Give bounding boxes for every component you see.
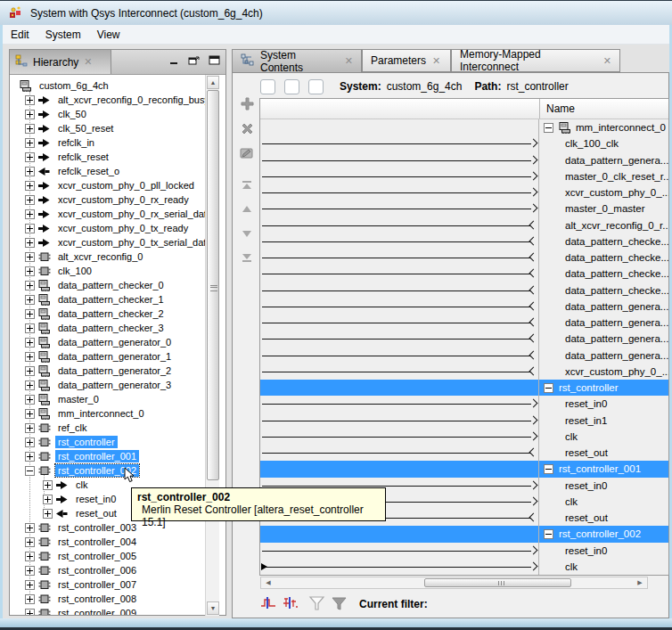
expand-icon[interactable] xyxy=(43,495,53,504)
filter-funnel-icon[interactable] xyxy=(308,596,325,613)
expand-icon[interactable] xyxy=(25,252,35,262)
tree-item-data_pattern_checker_3[interactable]: data_pattern_checker_3 xyxy=(11,321,205,335)
tree-item-ref_clk[interactable]: ref_clk xyxy=(11,421,205,435)
expand-icon[interactable] xyxy=(25,152,35,162)
tab-parameters[interactable]: Parameters ✕ xyxy=(362,49,451,72)
table-row-data_pattern_genera...[interactable]: data_pattern_genera... xyxy=(260,331,668,347)
title-bar[interactable]: System with Qsys Interconnect (custom_6g… xyxy=(0,0,672,25)
scroll-left-icon[interactable]: ◀ xyxy=(262,578,275,587)
scroll-down-icon[interactable]: ▼ xyxy=(207,601,219,615)
tree-item-data_pattern_checker_1[interactable]: data_pattern_checker_1 xyxy=(11,292,205,307)
scrollbar-thumb[interactable] xyxy=(207,90,219,480)
tree-item-rst_controller_004[interactable]: rst_controller_004 xyxy=(11,535,205,549)
tree-item-refclk_reset_o[interactable]: refclk_reset_o xyxy=(11,164,205,178)
hierarchy-vertical-scrollbar[interactable]: ▲ ▼ xyxy=(205,75,219,616)
expand-icon[interactable] xyxy=(25,438,35,447)
tree-item-clk_100[interactable]: clk_100 xyxy=(11,264,205,278)
menu-system[interactable]: System xyxy=(37,27,89,43)
table-row-mm_interconnect_0[interactable]: mm_interconnect_0 xyxy=(260,119,668,135)
expand-icon[interactable] xyxy=(25,380,35,390)
table-row-clk[interactable]: clk xyxy=(260,559,668,575)
table-row-data_pattern_checke...[interactable]: data_pattern_checke... xyxy=(260,266,668,282)
tree-item-rst_controller_002[interactable]: rst_controller_002 xyxy=(11,463,205,478)
expand-icon[interactable] xyxy=(25,138,35,148)
menu-view[interactable]: View xyxy=(89,27,128,43)
expand-icon[interactable] xyxy=(25,409,35,419)
waveform-signal-icon[interactable] xyxy=(282,596,299,612)
expand-icon[interactable] xyxy=(25,266,35,276)
tree-item-xcvr_custom_phy_0_tx_serial_data[interactable]: xcvr_custom_phy_0_tx_serial_data xyxy=(11,235,205,250)
tree-item-xcvr_custom_phy_0_rx_ready[interactable]: xcvr_custom_phy_0_rx_ready xyxy=(11,192,205,207)
toolbar-button-2[interactable] xyxy=(284,79,299,94)
tree-item-data_pattern_checker_0[interactable]: data_pattern_checker_0 xyxy=(11,278,205,292)
tree-item-clk_50_reset[interactable]: clk_50_reset xyxy=(11,121,205,135)
toolbar-button-3[interactable] xyxy=(308,79,324,94)
expand-icon[interactable] xyxy=(25,281,35,290)
filter-clear-icon[interactable] xyxy=(330,596,348,613)
tab-memory-mapped-interconnect[interactable]: Memory-Mapped Interconnect ✕ xyxy=(451,49,620,72)
close-icon[interactable]: ✕ xyxy=(84,57,92,67)
tab-system-contents[interactable]: System Contents ✕ xyxy=(232,49,362,73)
table-row-reset_in1[interactable]: reset_in1 xyxy=(260,413,668,429)
edit-note-icon[interactable] xyxy=(235,143,258,164)
collapse-icon[interactable] xyxy=(544,383,553,393)
expand-icon[interactable] xyxy=(25,167,35,176)
expand-icon[interactable] xyxy=(25,352,35,362)
expand-icon[interactable] xyxy=(25,195,35,205)
expand-icon[interactable] xyxy=(43,480,53,490)
minimize-icon[interactable] xyxy=(169,55,179,68)
table-row-data_pattern_genera...[interactable]: data_pattern_genera... xyxy=(260,315,668,331)
table-row-data_pattern_genera...[interactable]: data_pattern_genera... xyxy=(260,348,668,364)
tree-item-rst_controller_008[interactable]: rst_controller_008 xyxy=(11,592,205,606)
tree-item-xcvr_custom_phy_0_pll_locked[interactable]: xcvr_custom_phy_0_pll_locked xyxy=(11,178,205,192)
table-row-clk[interactable]: clk xyxy=(260,429,668,445)
collapse-icon[interactable] xyxy=(25,466,35,476)
tab-hierarchy[interactable]: Hierarchy ✕ xyxy=(10,50,111,74)
expand-icon[interactable] xyxy=(25,224,35,233)
table-row-xcvr_custom_phy_0_...[interactable]: xcvr_custom_phy_0_... xyxy=(260,364,668,380)
expand-icon[interactable] xyxy=(25,338,35,348)
expand-icon[interactable] xyxy=(25,537,35,547)
close-icon[interactable]: ✕ xyxy=(432,56,440,66)
expand-icon[interactable] xyxy=(25,566,35,576)
move-bottom-icon[interactable] xyxy=(235,247,258,268)
move-up-icon[interactable] xyxy=(235,199,258,220)
toolbar-button-1[interactable] xyxy=(260,79,275,94)
tree-item-rst_controller_006[interactable]: rst_controller_006 xyxy=(11,563,205,577)
tree-item-xcvr_custom_phy_0_tx_ready[interactable]: xcvr_custom_phy_0_tx_ready xyxy=(11,221,205,235)
table-row-rst_controller_001[interactable]: rst_controller_001 xyxy=(260,461,668,477)
tree-item-master_0[interactable]: master_0 xyxy=(11,392,205,406)
expand-icon[interactable] xyxy=(25,181,35,191)
scroll-up-icon[interactable]: ▲ xyxy=(207,76,219,89)
tree-item-xcvr_custom_phy_0_rx_serial_data[interactable]: xcvr_custom_phy_0_rx_serial_data xyxy=(11,207,205,221)
waveform-clock-icon[interactable] xyxy=(260,596,277,612)
scrollbar-thumb[interactable] xyxy=(424,578,571,587)
expand-icon[interactable] xyxy=(25,609,35,616)
tree-item-refclk_in[interactable]: refclk_in xyxy=(11,135,205,150)
add-icon[interactable] xyxy=(235,93,258,114)
expand-icon[interactable] xyxy=(25,323,35,333)
table-row-reset_in0[interactable]: reset_in0 xyxy=(260,543,668,559)
tree-item-mm_interconnect_0[interactable]: mm_interconnect_0 xyxy=(11,406,205,421)
remove-icon[interactable] xyxy=(235,118,258,139)
collapse-icon[interactable] xyxy=(544,529,553,539)
float-icon[interactable] xyxy=(188,54,200,68)
table-row-rst_controller[interactable]: rst_controller xyxy=(260,380,668,396)
expand-icon[interactable] xyxy=(25,124,35,134)
expand-icon[interactable] xyxy=(43,509,53,519)
tree-item-alt_xcvr_reconfig_0[interactable]: alt_xcvr_reconfig_0 xyxy=(11,250,205,264)
tree-item-rst_controller_005[interactable]: rst_controller_005 xyxy=(11,549,205,563)
table-row-xcvr_custom_phy_0_...[interactable]: xcvr_custom_phy_0_... xyxy=(260,184,668,200)
move-down-icon[interactable] xyxy=(235,223,258,244)
tree-item-alt_xcvr_reconfig_0_reconfig_busy[interactable]: alt_xcvr_reconfig_0_reconfig_busy xyxy=(11,93,205,107)
expand-icon[interactable] xyxy=(25,110,35,119)
connections-horizontal-scrollbar[interactable]: ◀ ▶ xyxy=(260,577,648,589)
tree-item-rst_controller_009[interactable]: rst_controller_009 xyxy=(11,606,205,615)
expand-icon[interactable] xyxy=(25,580,35,590)
table-row-reset_in0[interactable]: reset_in0 xyxy=(260,396,668,412)
table-row-data_pattern_checke...[interactable]: data_pattern_checke... xyxy=(260,250,668,266)
expand-icon[interactable] xyxy=(25,309,35,319)
expand-icon[interactable] xyxy=(25,209,35,219)
tree-item-data_pattern_generator_2[interactable]: data_pattern_generator_2 xyxy=(11,364,205,378)
menu-edit[interactable]: Edit xyxy=(3,27,37,43)
